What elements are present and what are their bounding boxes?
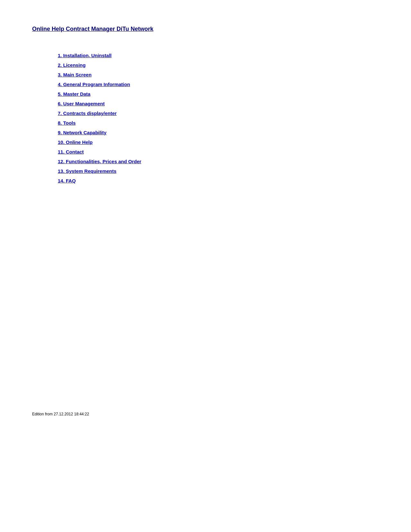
- toc-item-12[interactable]: 12. Functionalities, Prices and Order: [58, 158, 379, 165]
- toc-item-10[interactable]: 10. Online Help: [58, 138, 379, 146]
- toc-item-13[interactable]: 13. System Requirements: [58, 167, 379, 175]
- toc-item-6[interactable]: 6. User Management: [58, 100, 379, 108]
- toc-container: 1. Installation, Uninstall2. Licensing3.…: [58, 52, 379, 185]
- edition-text: Edition from 27.12.2012 18:44:22: [32, 412, 89, 416]
- toc-item-7[interactable]: 7. Contracts display/enter: [58, 110, 379, 117]
- page-title: Online Help Contract Manager DiTu Networ…: [32, 26, 379, 32]
- toc-item-1[interactable]: 1. Installation, Uninstall: [58, 52, 379, 59]
- toc-item-9[interactable]: 9. Network Capability: [58, 129, 379, 137]
- toc-item-5[interactable]: 5. Master Data: [58, 90, 379, 98]
- toc-item-11[interactable]: 11. Contact: [58, 148, 379, 156]
- toc-item-2[interactable]: 2. Licensing: [58, 61, 379, 69]
- toc-item-14[interactable]: 14. FAQ: [58, 177, 379, 185]
- toc-item-8[interactable]: 8. Tools: [58, 119, 379, 127]
- toc-item-3[interactable]: 3. Main Screen: [58, 71, 379, 79]
- toc-item-4[interactable]: 4. General Program Information: [58, 81, 379, 88]
